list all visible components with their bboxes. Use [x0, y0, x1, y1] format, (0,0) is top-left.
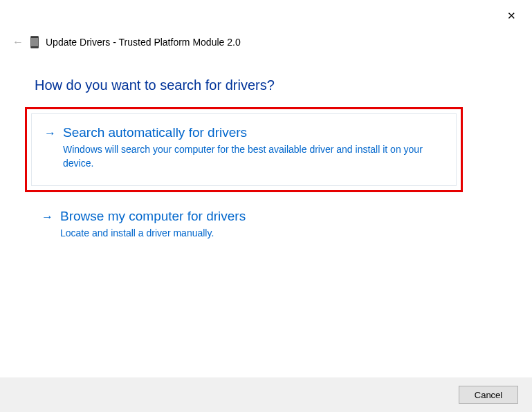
page-heading: How do you want to search for drivers?	[35, 77, 275, 93]
arrow-right-icon: →	[42, 209, 53, 225]
option-browse-computer[interactable]: → Browse my computer for drivers Locate …	[25, 202, 463, 247]
update-drivers-dialog: ← Update Drivers - Trusted Platform Modu…	[0, 0, 532, 412]
dialog-header: ← Update Drivers - Trusted Platform Modu…	[12, 36, 241, 48]
option-search-automatically[interactable]: → Search automatically for drivers Windo…	[31, 113, 457, 186]
option-title: Search automatically for drivers	[63, 125, 437, 140]
highlighted-option-frame: → Search automatically for drivers Windo…	[25, 107, 463, 192]
back-arrow-icon[interactable]: ←	[12, 37, 24, 48]
options-container: → Search automatically for drivers Windo…	[25, 107, 463, 247]
cancel-button[interactable]: Cancel	[459, 386, 518, 404]
option-body: Browse my computer for drivers Locate an…	[60, 209, 443, 241]
dialog-title: Update Drivers - Trusted Platform Module…	[46, 37, 241, 48]
arrow-right-icon: →	[44, 125, 56, 142]
option-description: Locate and install a driver manually.	[60, 227, 443, 241]
option-title: Browse my computer for drivers	[60, 209, 443, 224]
dialog-footer: Cancel	[0, 377, 532, 412]
option-body: Search automatically for drivers Windows…	[63, 125, 437, 170]
device-icon	[30, 36, 39, 48]
close-icon[interactable]	[504, 8, 518, 22]
option-description: Windows will search your computer for th…	[63, 143, 437, 170]
